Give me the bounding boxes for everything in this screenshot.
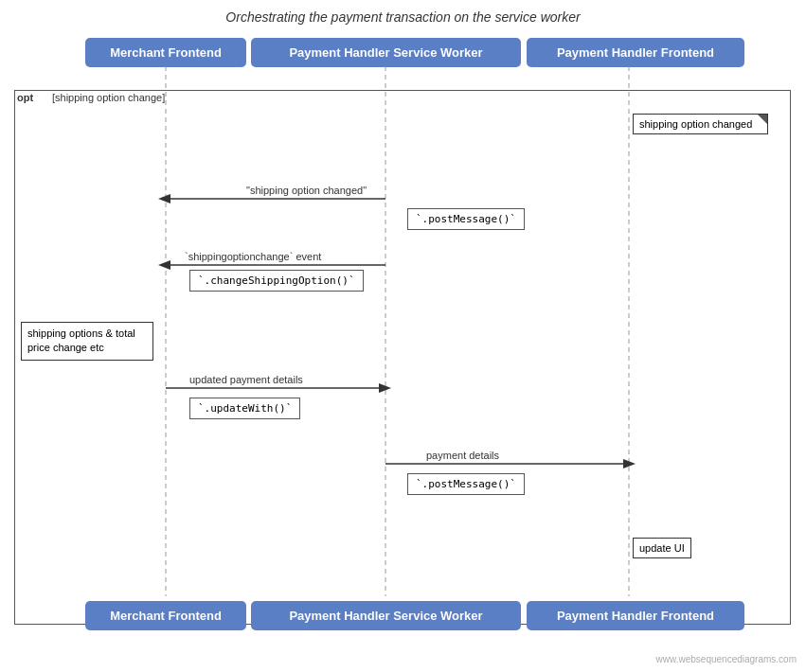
diagram-container: Orchestrating the payment transaction on… xyxy=(0,0,806,672)
note-update-ui: update UI xyxy=(633,538,691,558)
side-note-shipping-options: shipping options & total price change et… xyxy=(21,322,153,361)
actor-payment-frontend-bottom: Payment Handler Frontend xyxy=(527,601,744,630)
method-post-message-1: `.postMessage()` xyxy=(407,208,525,230)
method-post-message-2: `.postMessage()` xyxy=(407,473,525,495)
arrow-label-shippingoptionchange: `shippingoptionchange` event xyxy=(185,251,321,262)
opt-label: opt xyxy=(17,92,33,103)
actor-service-worker-bottom: Payment Handler Service Worker xyxy=(251,601,521,630)
arrow-label-shipping-option-changed: "shipping option changed" xyxy=(246,185,367,196)
arrow-label-updated-payment: updated payment details xyxy=(189,374,303,385)
note-shipping-option-changed: shipping option changed xyxy=(633,114,768,134)
method-change-shipping: `.changeShippingOption()` xyxy=(189,270,364,292)
arrow-label-payment-details: payment details xyxy=(426,450,499,461)
opt-condition: [shipping option change] xyxy=(52,92,165,103)
actor-merchant-bottom: Merchant Frontend xyxy=(85,601,246,630)
watermark: www.websequencediagrams.com xyxy=(656,654,797,664)
method-update-with: `.updateWith()` xyxy=(189,398,300,419)
